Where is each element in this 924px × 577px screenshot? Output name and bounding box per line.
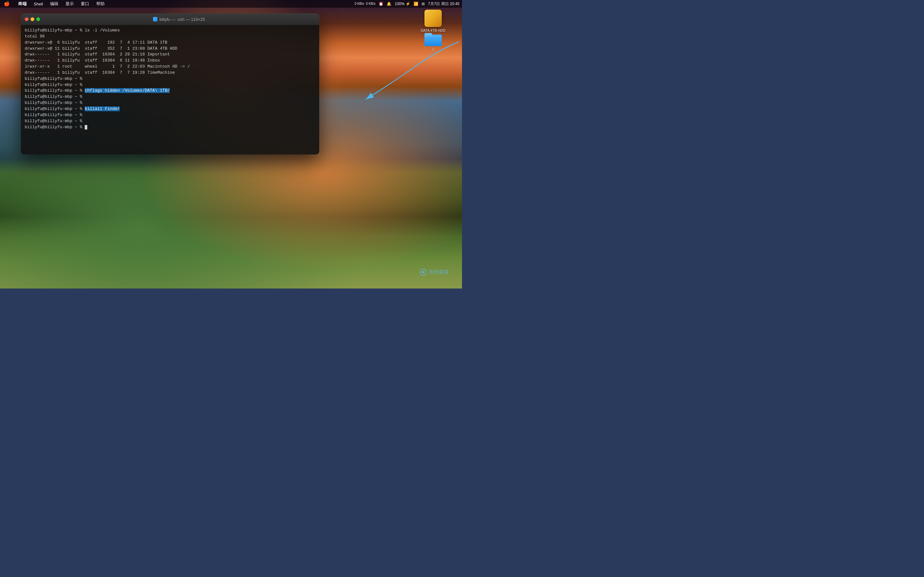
minimize-button[interactable] [31, 17, 34, 21]
terminal-line: billyfu@billyfu-mbp ~ % [25, 100, 315, 106]
terminal-line: billyfu@billyfu-mbp ~ % ls -l /Volumes [25, 27, 315, 34]
terminal-line: lrwxr-xr-x 1 root wheel 1 7 2 22:03 Maci… [25, 64, 315, 70]
terminal-window[interactable]: billyfu — -zsh — 110×25 billyfu@billyfu-… [21, 13, 319, 155]
traffic-lights [25, 17, 40, 21]
menubar-left: 🍎 终端 Shell 编辑 显示 窗口 帮助 [3, 0, 355, 7]
menu-shell[interactable]: Shell [32, 1, 44, 7]
control-center[interactable]: ⊞ [422, 2, 425, 6]
notification-icon[interactable]: 🔔 [387, 2, 391, 6]
menubar-right: 0 KB/s 0 KB/s ⏰ 🔔 100% ⚡ 📶 ⊞ 7月7日 周日 20:… [355, 1, 459, 7]
folder-icon-label: 1 [432, 47, 434, 52]
terminal-titlebar: billyfu — -zsh — 110×25 [21, 13, 319, 25]
terminal-line: billyfu@billyfu-mbp ~ % [25, 112, 315, 118]
terminal-line: total 96 [25, 34, 315, 40]
watermark: 系统极客 [420, 269, 449, 276]
terminal-line: drwxrwxr-x@ 11 billyfu staff 352 7 1 23:… [25, 46, 315, 52]
close-button[interactable] [25, 17, 29, 21]
time-machine-icon: ⏰ [379, 2, 383, 6]
folder-desktop-icon[interactable]: 1 [420, 32, 446, 52]
terminal-line: drwx------ 1 billyfu staff 16384 7 7 19:… [25, 70, 315, 76]
terminal-line: drwx------ 1 billyfu staff 16384 6 11 19… [25, 58, 315, 64]
battery-status: 100% ⚡ [395, 2, 410, 6]
hdd-icon-shape [425, 10, 442, 27]
terminal-line: billyfu@billyfu-mbp ~ % [25, 118, 315, 124]
datetime: 7月7日 周日 20:45 [428, 1, 459, 7]
maximize-button[interactable] [36, 17, 40, 21]
menu-help[interactable]: 帮助 [95, 0, 106, 7]
wifi-icon[interactable]: 📶 [414, 2, 418, 6]
terminal-title: billyfu — -zsh — 110×25 [43, 17, 315, 22]
terminal-line: billyfu@billyfu-mbp ~ % [25, 124, 315, 131]
menubar: 🍎 终端 Shell 编辑 显示 窗口 帮助 0 KB/s 0 KB/s ⏰ 🔔… [0, 0, 462, 8]
terminal-line: drwx------ 1 billyfu staff 16384 2 29 21… [25, 52, 315, 58]
menu-view[interactable]: 显示 [64, 0, 75, 7]
menu-window[interactable]: 窗口 [79, 0, 90, 7]
terminal-line: drwxrwxr-x@ 6 billyfu staff 192 7 4 17:1… [25, 40, 315, 46]
apple-menu[interactable]: 🍎 [3, 0, 11, 7]
terminal-line: billyfu@billyfu-mbp ~ % [25, 82, 315, 88]
hdd-desktop-icon[interactable]: DATA 4TB HDD [420, 10, 446, 33]
terminal-body[interactable]: billyfu@billyfu-mbp ~ % ls -l /Volumesto… [21, 25, 319, 155]
terminal-line: billyfu@billyfu-mbp ~ % chflags hidden /… [25, 88, 315, 94]
terminal-line: billyfu@billyfu-mbp ~ % [25, 76, 315, 82]
terminal-icon [153, 17, 158, 21]
network-status: 0 KB/s 0 KB/s [355, 2, 375, 6]
watermark-text: 系统极客 [429, 269, 449, 276]
terminal-line: billyfu@billyfu-mbp ~ % [25, 94, 315, 100]
folder-icon-shape [425, 32, 442, 46]
terminal-line: billyfu@billyfu-mbp ~ % killall Finder [25, 106, 315, 112]
menu-edit[interactable]: 编辑 [49, 0, 60, 7]
menu-terminal[interactable]: 终端 [17, 0, 28, 7]
watermark-eye-icon [420, 269, 427, 276]
